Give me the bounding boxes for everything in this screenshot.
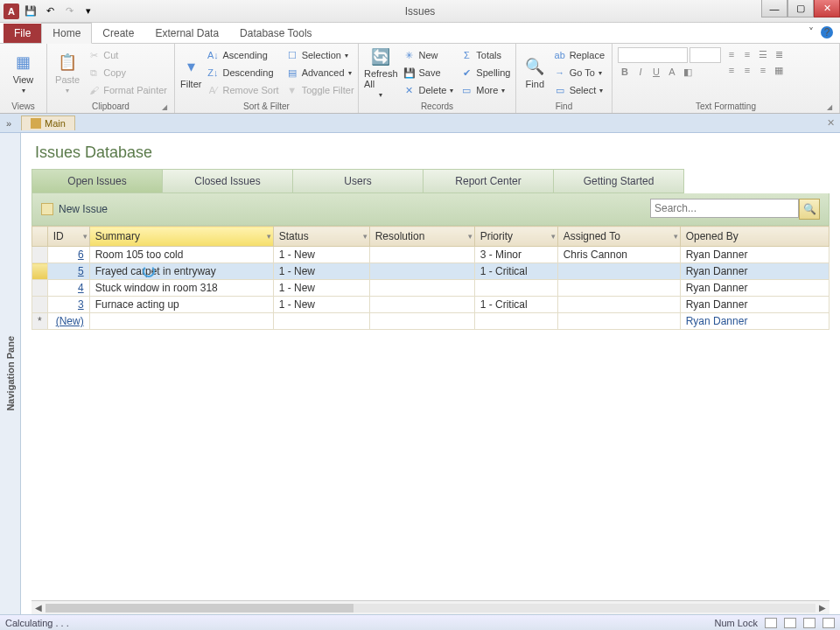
paste-button[interactable]: 📋Paste▾ bbox=[52, 47, 82, 98]
scroll-left-icon[interactable]: ◀ bbox=[32, 603, 46, 612]
cell-resolution[interactable] bbox=[369, 247, 474, 263]
cell-status[interactable]: 1 - New bbox=[273, 263, 369, 280]
col-priority[interactable]: Priority▾ bbox=[474, 227, 557, 247]
table-row[interactable]: 4 Stuck window in room 318 1 - New Ryan … bbox=[32, 280, 830, 297]
cell-opened[interactable]: Ryan Danner bbox=[680, 313, 829, 330]
chevron-down-icon[interactable]: ▾ bbox=[83, 232, 88, 241]
clipboard-launcher-icon[interactable]: ◢ bbox=[162, 103, 167, 111]
table-row[interactable]: 5 Frayed carpet in entryway 1 - New 1 - … bbox=[32, 263, 830, 280]
cell-priority[interactable]: 1 - Critical bbox=[474, 263, 557, 280]
cell-resolution[interactable] bbox=[369, 263, 474, 280]
format-painter-button[interactable]: 🖌Format Painter bbox=[86, 82, 169, 98]
cell-status[interactable] bbox=[273, 313, 369, 330]
cell-assigned[interactable] bbox=[557, 263, 680, 280]
tab-open-issues[interactable]: Open Issues bbox=[32, 169, 163, 193]
goto-button[interactable]: →Go To ▾ bbox=[552, 65, 606, 80]
cell-assigned[interactable] bbox=[557, 280, 680, 297]
align-center-button[interactable]: ≡ bbox=[740, 63, 754, 77]
minimize-ribbon-icon[interactable]: ˅ bbox=[808, 26, 814, 38]
cell-summary[interactable]: Stuck window in room 318 bbox=[89, 280, 273, 297]
cell-priority[interactable] bbox=[474, 313, 557, 330]
chevron-down-icon[interactable]: ▾ bbox=[551, 232, 556, 241]
scroll-right-icon[interactable]: ▶ bbox=[816, 603, 830, 612]
cell-assigned[interactable] bbox=[557, 297, 680, 313]
toggle-filter-button[interactable]: ▼Toggle Filter bbox=[284, 82, 356, 98]
fill-color-button[interactable]: ◧ bbox=[681, 65, 695, 79]
redo-icon[interactable]: ↷ bbox=[61, 4, 77, 19]
minimize-button[interactable]: — bbox=[761, 0, 788, 18]
increase-indent-button[interactable]: ≡ bbox=[740, 47, 754, 61]
new-record-button[interactable]: ✳New bbox=[402, 47, 456, 63]
maximize-button[interactable]: ▢ bbox=[788, 0, 814, 18]
cell-assigned[interactable]: Chris Cannon bbox=[557, 247, 680, 263]
cell-resolution[interactable] bbox=[369, 297, 474, 313]
home-tab[interactable]: Home bbox=[41, 23, 92, 44]
copy-button[interactable]: ⧉Copy bbox=[86, 65, 169, 80]
doc-tab-close-button[interactable]: ✕ bbox=[827, 117, 835, 129]
refresh-all-button[interactable]: 🔄Refresh All▾ bbox=[364, 47, 398, 98]
scroll-thumb[interactable] bbox=[46, 604, 354, 612]
advanced-button[interactable]: ▤Advanced ▾ bbox=[284, 65, 356, 80]
more-records-button[interactable]: ▭More ▾ bbox=[458, 82, 512, 98]
font-name-combo[interactable] bbox=[618, 47, 688, 63]
help-icon[interactable]: ? bbox=[821, 26, 833, 38]
cell-id[interactable]: 3 bbox=[47, 297, 89, 313]
gridlines-button[interactable]: ▦ bbox=[772, 63, 786, 77]
save-record-button[interactable]: 💾Save bbox=[402, 65, 456, 80]
chevron-down-icon[interactable]: ▾ bbox=[363, 232, 368, 241]
tab-getting-started[interactable]: Getting Started bbox=[553, 169, 684, 193]
cell-id[interactable]: 4 bbox=[47, 280, 89, 297]
close-button[interactable]: ✕ bbox=[814, 0, 840, 18]
cell-opened[interactable]: Ryan Danner bbox=[680, 280, 829, 297]
cell-priority[interactable] bbox=[474, 280, 557, 297]
view-button[interactable]: ▦View▾ bbox=[5, 47, 41, 98]
decrease-indent-button[interactable]: ≡ bbox=[724, 47, 738, 61]
row-selector[interactable] bbox=[32, 313, 48, 330]
database-tools-tab[interactable]: Database Tools bbox=[229, 24, 323, 43]
search-button[interactable]: 🔍 bbox=[799, 199, 820, 220]
align-right-button[interactable]: ≡ bbox=[756, 63, 770, 77]
chevron-down-icon[interactable]: ▾ bbox=[468, 232, 472, 241]
replace-button[interactable]: abReplace bbox=[552, 47, 606, 63]
col-resolution[interactable]: Resolution▾ bbox=[369, 227, 474, 247]
col-id[interactable]: ID▾ bbox=[47, 227, 89, 247]
row-selector[interactable] bbox=[32, 247, 48, 263]
tab-report-center[interactable]: Report Center bbox=[423, 169, 554, 193]
delete-record-button[interactable]: ✕Delete ▾ bbox=[402, 82, 456, 98]
col-status[interactable]: Status▾ bbox=[273, 227, 369, 247]
col-opened[interactable]: Opened By bbox=[680, 227, 829, 247]
col-summary[interactable]: Summary▾ bbox=[89, 227, 273, 247]
cell-new-label[interactable]: (New) bbox=[47, 313, 89, 330]
cell-resolution[interactable] bbox=[369, 313, 474, 330]
tab-users[interactable]: Users bbox=[292, 169, 424, 193]
datasheet-view-button[interactable] bbox=[784, 618, 796, 628]
numbering-button[interactable]: ≣ bbox=[772, 47, 786, 61]
chevron-down-icon[interactable]: ▾ bbox=[267, 232, 271, 241]
cell-assigned[interactable] bbox=[557, 313, 680, 330]
create-tab[interactable]: Create bbox=[92, 24, 144, 43]
spelling-button[interactable]: ✔Spelling bbox=[458, 65, 512, 80]
filter-button[interactable]: ▾Filter bbox=[180, 47, 201, 98]
underline-button[interactable]: U bbox=[649, 65, 663, 79]
undo-icon[interactable]: ↶ bbox=[42, 4, 58, 19]
navigation-pane-collapsed[interactable]: Navigation Pane bbox=[0, 133, 21, 614]
cell-status[interactable]: 1 - New bbox=[273, 280, 369, 297]
align-left-button[interactable]: ≡ bbox=[724, 63, 738, 77]
totals-button[interactable]: ΣTotals bbox=[458, 47, 512, 63]
cell-resolution[interactable] bbox=[369, 280, 474, 297]
row-selector[interactable] bbox=[32, 280, 48, 297]
cell-opened[interactable]: Ryan Danner bbox=[680, 263, 829, 280]
save-icon[interactable]: 💾 bbox=[23, 4, 38, 19]
font-size-combo[interactable] bbox=[690, 47, 721, 63]
cell-opened[interactable]: Ryan Danner bbox=[680, 247, 829, 263]
cell-summary[interactable] bbox=[89, 313, 273, 330]
select-all-handle[interactable] bbox=[32, 227, 48, 247]
chevron-down-icon[interactable]: ▾ bbox=[674, 232, 678, 241]
scroll-track[interactable] bbox=[46, 604, 816, 612]
layout-view-button[interactable] bbox=[803, 618, 816, 628]
external-data-tab[interactable]: External Data bbox=[144, 24, 229, 43]
new-record-row[interactable]: (New) Ryan Danner bbox=[32, 313, 830, 330]
search-input[interactable] bbox=[650, 199, 799, 218]
horizontal-scrollbar[interactable]: ◀ ▶ bbox=[32, 600, 830, 614]
main-doc-tab[interactable]: Main bbox=[21, 116, 75, 130]
